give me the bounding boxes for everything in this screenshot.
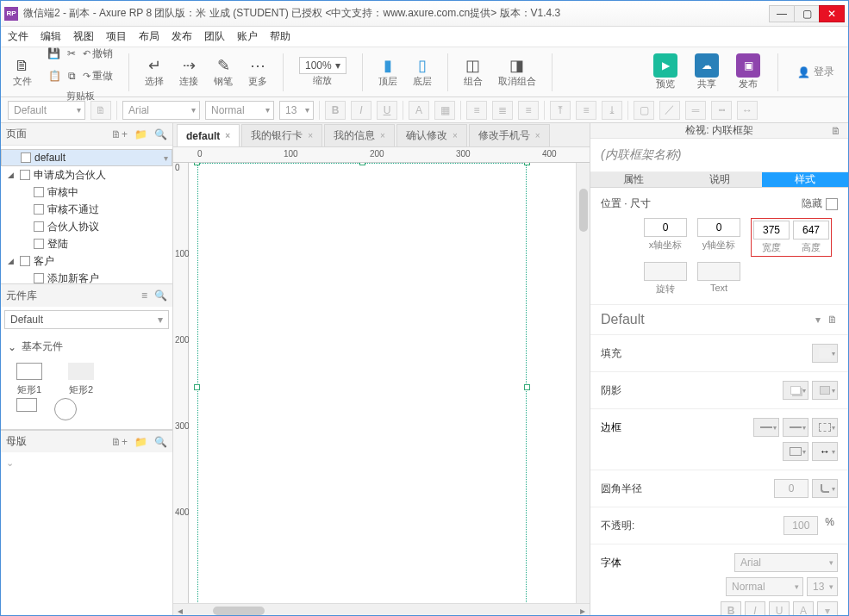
fill-swatch[interactable] [812, 344, 838, 363]
copy-icon[interactable]: ⧉ [68, 70, 76, 82]
shape-rect2[interactable]: 矩形2 [68, 363, 94, 396]
tb-file[interactable]: 🗎文件 [8, 54, 37, 90]
close-icon[interactable]: × [225, 131, 230, 140]
arrow-button[interactable]: ↔ [737, 101, 758, 120]
tab-properties[interactable]: 属性 [590, 172, 677, 188]
tree-item[interactable]: ◢客户 [1, 252, 172, 270]
lib-search-icon[interactable]: 🔍 [154, 289, 167, 302]
align-left-button[interactable]: ≡ [466, 101, 487, 120]
save-icon[interactable]: 💾 [47, 47, 60, 59]
bold-button-r[interactable]: B [721, 601, 741, 616]
shape-rect-small[interactable] [16, 398, 37, 412]
close-button[interactable]: ✕ [819, 5, 845, 22]
valign-mid-button[interactable]: ≡ [576, 101, 596, 120]
y-input[interactable] [697, 218, 740, 237]
menu-publish[interactable]: 发布 [172, 29, 192, 44]
fill-button[interactable]: ▢ [634, 101, 654, 120]
line-style-button[interactable]: ┅ [711, 101, 732, 120]
tb-redo[interactable]: ↷ 重做 [83, 69, 113, 84]
canvas-tab[interactable]: 我的信息× [324, 124, 395, 146]
close-icon[interactable]: × [535, 131, 540, 140]
border-vis-button[interactable] [783, 442, 808, 461]
style-select[interactable]: Default [8, 101, 85, 120]
border-arrow-button[interactable]: ↔ [812, 442, 838, 461]
corner-mode-button[interactable] [812, 479, 838, 498]
font-weight-select[interactable]: Normal [205, 101, 274, 120]
paste-icon[interactable]: 📋 [48, 70, 61, 82]
width-input[interactable] [753, 221, 790, 240]
tb-zoom[interactable]: 100% ▾ 缩放 [294, 55, 352, 89]
align-right-button[interactable]: ≡ [518, 101, 539, 120]
close-icon[interactable]: × [453, 131, 458, 140]
shape-rect1[interactable]: 矩形1 [16, 363, 42, 396]
font-size-select-r[interactable]: 13 [807, 577, 838, 596]
close-icon[interactable]: × [308, 131, 313, 140]
hide-checkbox[interactable] [826, 198, 838, 210]
canvas-tab[interactable]: 确认修改× [396, 124, 467, 146]
tree-item[interactable]: default [1, 149, 172, 166]
style-preset-select[interactable]: Default▾🗎 [590, 305, 848, 335]
border-width-button[interactable] [753, 418, 779, 437]
close-icon[interactable]: × [380, 131, 385, 140]
tb-undo[interactable]: ↶ 撤销 [83, 47, 113, 61]
tree-item[interactable]: 合伙人协议 [1, 218, 172, 235]
add-folder-icon[interactable]: 📁 [134, 128, 147, 140]
line-width-button[interactable]: ═ [685, 101, 706, 120]
menu-layout[interactable]: 布局 [139, 29, 159, 44]
canvas-tab[interactable]: 修改手机号× [469, 124, 550, 146]
tb-bottom[interactable]: ▯底层 [408, 54, 437, 90]
font-size-select[interactable]: 13 [279, 101, 314, 120]
menu-file[interactable]: 文件 [8, 29, 28, 44]
valign-bot-button[interactable]: ⤓ [602, 101, 622, 120]
tb-connect[interactable]: ⇢连接 [174, 54, 203, 90]
italic-button[interactable]: I [351, 101, 371, 120]
menu-team[interactable]: 团队 [204, 29, 225, 44]
underline-button-r[interactable]: U [769, 601, 790, 616]
bold-button[interactable]: B [325, 101, 346, 120]
text-color-button[interactable]: A [409, 101, 429, 120]
widget-name-input[interactable]: (内联框架名称) [590, 139, 848, 172]
underline-button[interactable]: U [377, 101, 397, 120]
opacity-input[interactable] [783, 516, 818, 535]
tb-preview[interactable]: ▶预览 [648, 52, 683, 92]
menu-help[interactable]: 帮助 [270, 29, 290, 44]
tb-top[interactable]: ▮顶层 [373, 54, 403, 90]
font-weight-select-r[interactable]: Normal [726, 577, 803, 596]
tb-group[interactable]: ◫组合 [459, 54, 488, 90]
tb-pen[interactable]: ✎钢笔 [209, 54, 238, 90]
outer-shadow-button[interactable] [783, 381, 808, 400]
tree-item[interactable]: 审核不通过 [1, 201, 172, 218]
tab-style[interactable]: 样式 [762, 172, 848, 188]
tb-more[interactable]: ⋯更多 [243, 54, 272, 90]
corner-input[interactable] [774, 479, 808, 498]
search-icon[interactable]: 🔍 [154, 128, 167, 140]
tree-item[interactable]: ◢申请成为合伙人 [1, 166, 172, 184]
canvas-tab[interactable]: default× [177, 124, 240, 146]
menu-account[interactable]: 账户 [237, 29, 258, 44]
minimize-button[interactable]: — [769, 5, 795, 22]
vertical-scrollbar[interactable] [576, 163, 590, 603]
line-color-button[interactable]: ／ [659, 101, 680, 120]
horizontal-scrollbar[interactable]: ◂▸ [173, 603, 590, 616]
lib-menu-icon[interactable]: ≡ [141, 289, 147, 302]
height-input[interactable] [793, 221, 829, 240]
border-style-button[interactable] [812, 418, 838, 437]
tree-item[interactable]: 登陆 [1, 235, 172, 252]
master-search-icon[interactable]: 🔍 [154, 436, 167, 448]
tree-item[interactable]: 审核中 [1, 184, 172, 201]
border-color-button[interactable] [783, 418, 808, 437]
canvas-tab[interactable]: 我的银行卡× [241, 124, 322, 146]
tree-item[interactable]: 添加新客户 [1, 270, 172, 283]
lib-select[interactable]: Default [4, 310, 169, 329]
style-manage-icon[interactable]: 🗎 [827, 314, 838, 326]
cut-icon[interactable]: ✂ [67, 47, 76, 59]
font-family-select[interactable]: Arial [122, 101, 200, 120]
text-color-button-r[interactable]: A [793, 601, 814, 616]
inner-shadow-button[interactable] [812, 381, 838, 400]
tb-share[interactable]: ☁共享 [690, 52, 724, 92]
more-font-button[interactable]: ▾ [817, 601, 838, 616]
bg-color-button[interactable]: ▦ [434, 101, 455, 120]
tb-ungroup[interactable]: ◨取消组合 [493, 54, 541, 90]
inspector-doc-icon[interactable]: 🗎 [831, 125, 841, 137]
master-folder-icon[interactable]: 📁 [134, 436, 147, 448]
